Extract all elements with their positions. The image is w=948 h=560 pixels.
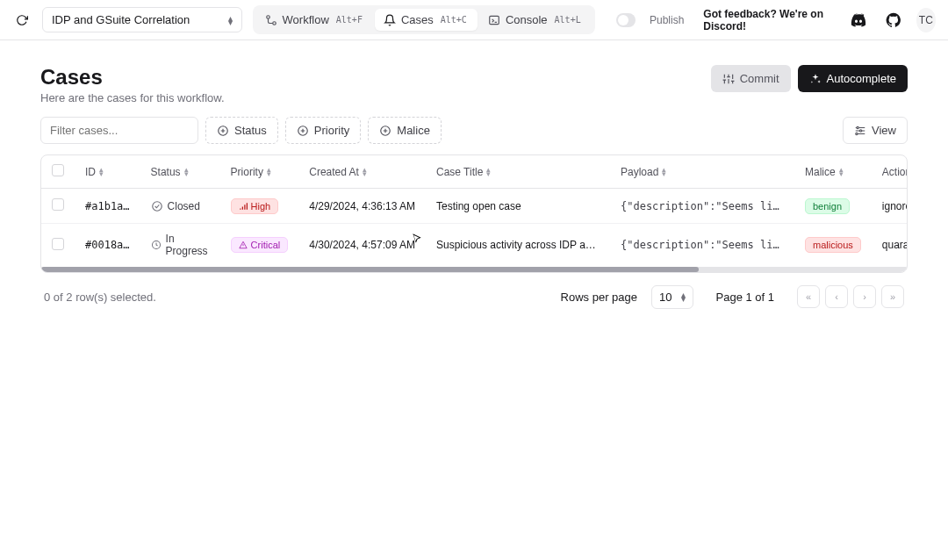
horizontal-scrollbar[interactable] bbox=[41, 267, 907, 272]
table-toolbar: Status Priority Malice View bbox=[40, 117, 908, 144]
discord-link[interactable] bbox=[846, 8, 871, 32]
selection-summary: 0 of 2 row(s) selected. bbox=[44, 291, 156, 304]
cell-id: #0018a… bbox=[75, 224, 140, 267]
malice-badge: benign bbox=[805, 198, 850, 214]
rows-per-page-label: Rows per page bbox=[561, 291, 637, 304]
page-subtitle: Here are the cases for this workflow. bbox=[40, 91, 225, 104]
refresh-button[interactable] bbox=[12, 11, 32, 30]
view-button[interactable]: View bbox=[843, 117, 908, 144]
workflow-icon bbox=[265, 14, 277, 26]
svg-point-8 bbox=[856, 133, 858, 134]
signal-icon bbox=[239, 202, 248, 211]
col-malice[interactable]: Malice▴▾ bbox=[794, 155, 872, 189]
col-created[interactable]: Created At▴▾ bbox=[298, 155, 426, 189]
col-payload[interactable]: Payload▴▾ bbox=[610, 155, 794, 189]
workflow-select-label: IDP and GSuite Correlation bbox=[52, 13, 190, 26]
chevron-updown-icon: ▴▾ bbox=[228, 16, 233, 25]
select-all-checkbox[interactable] bbox=[52, 164, 64, 176]
col-id[interactable]: ID▴▾ bbox=[75, 155, 140, 189]
cases-table: ID▴▾ Status▴▾ Priority▴▾ Created At▴▾ Ca… bbox=[40, 154, 908, 273]
svg-point-9 bbox=[152, 201, 162, 211]
commit-button[interactable]: Commit bbox=[711, 65, 791, 92]
github-link[interactable] bbox=[881, 8, 906, 32]
cell-payload: {"description":"Seems like an attacker i… bbox=[610, 189, 794, 224]
cell-created: 4/30/2024, 4:57:09 AM bbox=[298, 224, 426, 267]
pager: « ‹ › » bbox=[797, 285, 904, 308]
table-footer: 0 of 2 row(s) selected. Rows per page 10… bbox=[40, 273, 908, 309]
sliders-icon bbox=[722, 73, 735, 85]
cell-action: quarantine bbox=[872, 224, 907, 267]
filter-status-button[interactable]: Status bbox=[205, 117, 278, 144]
tab-console-kbd: Alt+L bbox=[553, 15, 583, 25]
tab-console[interactable]: Console Alt+L bbox=[479, 9, 592, 31]
sliders-horizontal-icon bbox=[854, 125, 866, 137]
malice-badge: malicious bbox=[805, 237, 861, 253]
cell-action: ignore bbox=[872, 189, 907, 224]
nav-tabs: Workflow Alt+F Cases Alt+C Console Alt+L bbox=[253, 5, 595, 34]
col-priority[interactable]: Priority▴▾ bbox=[220, 155, 299, 189]
table-row[interactable]: #0018a… In Progress Critical 4/30/2024, … bbox=[41, 224, 907, 267]
cell-status: In Progress bbox=[151, 233, 210, 258]
tab-cases[interactable]: Cases Alt+C bbox=[375, 9, 478, 31]
svg-rect-2 bbox=[490, 16, 499, 24]
github-icon bbox=[885, 11, 902, 29]
svg-point-0 bbox=[266, 15, 269, 18]
table-row[interactable]: #a1b1a… Closed High 4/29/2024, 4:36:13 A… bbox=[41, 189, 907, 224]
terminal-icon bbox=[488, 14, 500, 26]
sparkle-icon bbox=[809, 73, 822, 85]
tab-workflow-label: Workflow bbox=[283, 13, 329, 26]
page-indicator: Page 1 of 1 bbox=[716, 291, 775, 304]
sort-icon: ▴▾ bbox=[839, 168, 844, 176]
row-checkbox[interactable] bbox=[52, 238, 64, 250]
workflow-select[interactable]: IDP and GSuite Correlation ▴▾ bbox=[42, 7, 242, 32]
sort-icon: ▴▾ bbox=[267, 168, 271, 176]
filter-malice-button[interactable]: Malice bbox=[368, 117, 442, 144]
tab-workflow-kbd: Alt+F bbox=[334, 15, 364, 25]
sort-icon: ▴▾ bbox=[486, 168, 491, 176]
in-progress-icon bbox=[151, 239, 162, 251]
topbar: IDP and GSuite Correlation ▴▾ Workflow A… bbox=[0, 0, 948, 40]
cell-status: Closed bbox=[151, 200, 210, 212]
sort-icon: ▴▾ bbox=[99, 168, 104, 176]
filter-input[interactable] bbox=[40, 117, 198, 144]
svg-point-7 bbox=[859, 129, 861, 131]
feedback-link[interactable]: Got feedback? We're on Discord! bbox=[703, 8, 835, 32]
discord-icon bbox=[850, 11, 867, 29]
refresh-icon bbox=[16, 14, 28, 26]
row-checkbox[interactable] bbox=[52, 198, 64, 211]
sort-icon: ▴▾ bbox=[184, 168, 189, 176]
avatar[interactable]: TC bbox=[916, 8, 936, 32]
cell-title: Testing open case bbox=[426, 189, 610, 224]
tab-cases-label: Cases bbox=[401, 13, 434, 26]
publish-toggle[interactable] bbox=[616, 13, 636, 27]
tab-cases-kbd: Alt+C bbox=[439, 15, 469, 25]
tab-workflow[interactable]: Workflow Alt+F bbox=[256, 9, 373, 31]
priority-badge: High bbox=[231, 198, 279, 214]
tab-console-label: Console bbox=[506, 13, 548, 26]
bell-icon bbox=[384, 14, 396, 26]
svg-point-1 bbox=[272, 21, 276, 25]
page-next-button[interactable]: › bbox=[853, 285, 876, 308]
page-content: Cases Here are the cases for this workfl… bbox=[0, 40, 948, 334]
autocomplete-button[interactable]: Autocomplete bbox=[798, 65, 908, 92]
publish-label: Publish bbox=[650, 14, 684, 26]
plus-circle-icon bbox=[217, 125, 229, 137]
rows-per-page-select[interactable]: 10 ▴▾ bbox=[651, 285, 693, 309]
cell-payload: {"description":"Seems like an attacker i… bbox=[610, 224, 794, 267]
plus-circle-icon bbox=[297, 125, 309, 137]
page-title: Cases bbox=[40, 65, 225, 90]
table-header-row: ID▴▾ Status▴▾ Priority▴▾ Created At▴▾ Ca… bbox=[41, 155, 907, 189]
sort-icon: ▴▾ bbox=[662, 168, 666, 176]
col-status[interactable]: Status▴▾ bbox=[140, 155, 220, 189]
priority-badge: Critical bbox=[231, 237, 289, 253]
page-last-button[interactable]: » bbox=[881, 285, 904, 308]
col-action[interactable]: Action▴▾ bbox=[872, 155, 907, 189]
filter-priority-button[interactable]: Priority bbox=[285, 117, 361, 144]
cell-id: #a1b1a… bbox=[75, 189, 140, 224]
chevron-updown-icon: ▴▾ bbox=[681, 292, 686, 301]
svg-point-6 bbox=[857, 126, 858, 128]
page-first-button[interactable]: « bbox=[797, 285, 820, 308]
page-prev-button[interactable]: ‹ bbox=[825, 285, 848, 308]
col-title[interactable]: Case Title▴▾ bbox=[426, 155, 610, 189]
cell-created: 4/29/2024, 4:36:13 AM bbox=[298, 189, 426, 224]
